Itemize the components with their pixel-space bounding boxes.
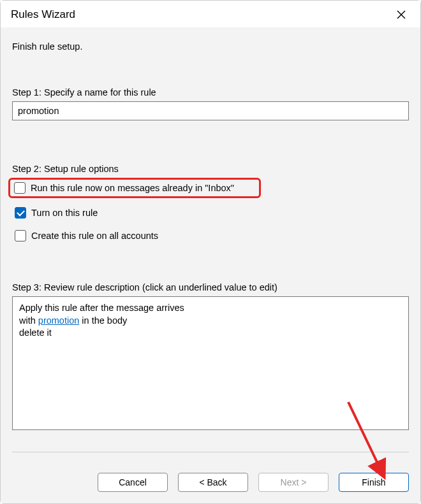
all-accounts-label: Create this rule on all accounts (31, 231, 158, 241)
rule-name-input[interactable] (12, 101, 409, 120)
cancel-button[interactable]: Cancel (98, 473, 168, 492)
rules-wizard-window: Rules Wizard Finish rule setup. Step 1: … (0, 0, 421, 504)
step3-label: Step 3: Review rule description (click a… (12, 282, 409, 292)
all-accounts-checkbox[interactable] (15, 230, 26, 241)
rule-description-box: Apply this rule after the message arrive… (12, 296, 409, 430)
run-now-label: Run this rule now on messages already in… (31, 183, 234, 193)
run-now-checkbox[interactable] (14, 182, 26, 194)
annotation-highlight: Run this rule now on messages already in… (8, 178, 261, 198)
desc-line2-suffix: in the body (79, 315, 127, 326)
step2-label: Step 2: Setup rule options (12, 164, 409, 174)
next-button: Next > (258, 473, 329, 492)
turn-on-checkbox[interactable] (15, 207, 26, 219)
window-title: Rules Wizard (11, 8, 75, 21)
close-button[interactable] (391, 6, 411, 24)
close-icon (397, 10, 406, 19)
desc-line3: delete it (19, 327, 402, 340)
finish-button[interactable]: Finish (339, 473, 409, 492)
dialog-body: Finish rule setup. Step 1: Specify a nam… (1, 27, 420, 460)
titlebar: Rules Wizard (1, 1, 420, 27)
button-row: Cancel < Back Next > Finish (1, 460, 420, 503)
desc-line2-prefix: with (19, 315, 38, 326)
desc-line1: Apply this rule after the message arrive… (19, 302, 402, 315)
desc-line2: with promotion in the body (19, 315, 402, 328)
separator (12, 452, 409, 452)
turn-on-label: Turn on this rule (31, 208, 98, 218)
back-button[interactable]: < Back (178, 473, 248, 492)
promotion-link[interactable]: promotion (38, 315, 79, 326)
instruction-text: Finish rule setup. (12, 41, 409, 52)
step1-label: Step 1: Specify a name for this rule (12, 87, 409, 97)
